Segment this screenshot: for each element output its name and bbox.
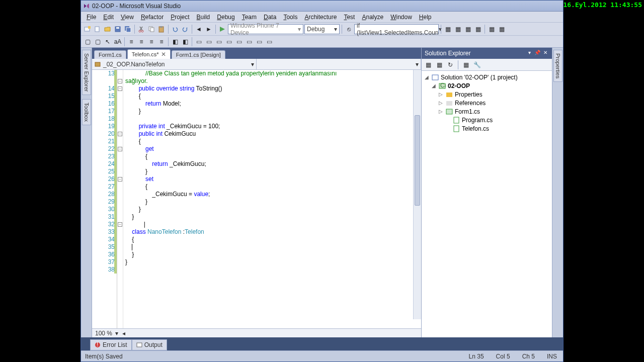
tb-btn-1[interactable]: ⎋ (344, 25, 353, 34)
error-list-tab[interactable]: ! Error List (90, 339, 132, 350)
sp-properties-icon[interactable]: 🔧 (472, 60, 481, 69)
find-combo[interactable]: if (listView1.SelectedItems.Coun▾ (354, 24, 439, 34)
toolbox-tab[interactable]: Toolbox (82, 99, 91, 125)
main-toolbar[interactable]: ◄ ► Windows Phone 7 Device▾ Debug▾ ⎋ if … (81, 23, 563, 36)
project-label[interactable]: 02-OOP (448, 82, 470, 89)
t2-g2[interactable]: ▭ (204, 37, 213, 46)
solution-tree[interactable]: ◢Solution '02-OOP' (1 project) ◢C#02-OOP… (422, 71, 552, 337)
menu-tools[interactable]: Tools (280, 13, 301, 22)
t2-g1[interactable]: ▭ (194, 37, 203, 46)
menu-project[interactable]: Project (167, 13, 193, 22)
tree-telefon[interactable]: Telefon.cs (462, 125, 489, 132)
t2-btn-4[interactable]: aA (113, 37, 122, 46)
solution-root-label[interactable]: Solution '02-OOP' (1 project) (441, 74, 518, 81)
save-icon[interactable] (113, 25, 122, 34)
menu-help[interactable]: Help (416, 13, 435, 22)
undo-icon[interactable] (171, 25, 180, 34)
tb-x2-icon[interactable]: ▦ (453, 25, 462, 34)
sp-btn-4[interactable]: ▦ (461, 60, 470, 69)
menu-test[interactable]: Test (340, 13, 358, 22)
menubar[interactable]: FileEditViewRefactorProjectBuildDebugTea… (81, 12, 563, 23)
type-nav-combo[interactable]: _02_OOP.NanoTelefon▾ (92, 59, 257, 69)
secondary-toolbar[interactable]: ▢ ▢ ↖ aA ≡ ≡ ≡ ≡ ◧ ◧ ▭ ▭ ▭ ▭ ▭ ▭ ▭ ▭ (81, 36, 563, 48)
tree-properties[interactable]: Properties (455, 91, 482, 98)
start-debug-icon[interactable] (218, 25, 227, 34)
t2-g3[interactable]: ▭ (214, 37, 223, 46)
open-icon[interactable] (103, 25, 112, 34)
config-combo[interactable]: Debug▾ (304, 24, 340, 34)
bookmark-icon[interactable]: ◧ (171, 37, 180, 46)
save-all-icon[interactable] (123, 25, 132, 34)
solution-explorer-title[interactable]: Solution Explorer ▾ 📌 ✕ (422, 48, 552, 59)
t2-btn-1[interactable]: ▢ (83, 37, 92, 46)
bookmark-next-icon[interactable]: ◧ (181, 37, 190, 46)
panel-dropdown-icon[interactable]: ▾ (526, 50, 533, 57)
scrollbar-thumb[interactable] (415, 115, 420, 206)
uncomment-icon[interactable]: ≡ (157, 37, 166, 46)
t2-g7[interactable]: ▭ (255, 37, 264, 46)
tb-x6-icon[interactable]: ▦ (497, 25, 506, 34)
system-clock: 16.Eyl.2012 11:43:55 (563, 1, 642, 9)
menu-architecture[interactable]: Architecture (301, 13, 340, 22)
server-explorer-tab[interactable]: Server Explorer (82, 50, 91, 95)
tab-telefon-cs-[interactable]: Telefon.cs*✕ (127, 49, 171, 59)
output-tab[interactable]: Output (132, 339, 167, 350)
indent-inc-icon[interactable]: ≡ (137, 37, 146, 46)
indent-dec-icon[interactable]: ≡ (127, 37, 136, 46)
menu-analyze[interactable]: Analyze (358, 13, 387, 22)
vertical-scrollbar[interactable] (413, 70, 421, 319)
t2-g8[interactable]: ▭ (265, 37, 274, 46)
tb-x1-icon[interactable]: ▦ (443, 25, 452, 34)
t2-btn-3[interactable]: ↖ (103, 37, 112, 46)
tb-x5-icon[interactable]: ▦ (487, 25, 496, 34)
tree-program[interactable]: Program.cs (462, 117, 493, 124)
t2-g5[interactable]: ▭ (234, 37, 244, 46)
menu-window[interactable]: Window (387, 13, 416, 22)
panel-close-icon[interactable]: ✕ (542, 50, 549, 57)
new-project-icon[interactable] (83, 25, 92, 34)
cut-icon[interactable] (137, 25, 146, 34)
menu-file[interactable]: File (83, 13, 100, 22)
sp-btn-1[interactable]: ▦ (424, 60, 433, 69)
copy-icon[interactable] (147, 25, 156, 34)
menu-build[interactable]: Build (193, 13, 214, 22)
menu-view[interactable]: View (117, 13, 137, 22)
tree-form1[interactable]: Form1.cs (455, 108, 480, 115)
menu-refactor[interactable]: Refactor (137, 13, 167, 22)
svg-rect-21 (454, 126, 459, 132)
nav-fwd-icon[interactable]: ► (204, 25, 213, 34)
zoom-dropdown-icon[interactable]: ▾ (115, 330, 118, 337)
add-item-icon[interactable] (93, 25, 102, 34)
redo-icon[interactable] (181, 25, 190, 34)
menu-debug[interactable]: Debug (213, 13, 238, 22)
sp-refresh-icon[interactable]: ↻ (446, 60, 455, 69)
sp-btn-2[interactable]: ▦ (435, 60, 444, 69)
vs-main-window: 02-OOP - Microsoft Visual Studio FileEdi… (80, 0, 564, 362)
menu-data[interactable]: Data (260, 13, 280, 22)
tab-close-icon[interactable]: ✕ (161, 51, 166, 58)
tb-x3-icon[interactable]: ▦ (463, 25, 472, 34)
t2-g6[interactable]: ▭ (245, 37, 254, 46)
properties-tab[interactable]: Properties (553, 50, 562, 82)
hscroll-left-icon[interactable]: ◂ (122, 330, 125, 337)
nav-back-icon[interactable]: ◄ (194, 25, 203, 34)
menu-edit[interactable]: Edit (100, 13, 117, 22)
tab-form1-cs[interactable]: Form1.cs (94, 50, 126, 59)
comment-icon[interactable]: ≡ (147, 37, 156, 46)
zoom-level[interactable]: 100 % (95, 330, 112, 337)
tb-x4-icon[interactable]: ▦ (473, 25, 482, 34)
paste-icon[interactable] (157, 25, 166, 34)
tab-form1-cs--design-[interactable]: Form1.cs [Design] (172, 50, 225, 59)
titlebar[interactable]: 02-OOP - Microsoft Visual Studio (81, 1, 563, 12)
code-editor[interactable]: 1314151617181920212223242526272829303132… (92, 70, 421, 328)
t2-g4[interactable]: ▭ (224, 37, 233, 46)
platform-combo[interactable]: Windows Phone 7 Device▾ (228, 24, 303, 34)
menu-team[interactable]: Team (238, 13, 260, 22)
member-nav-combo[interactable]: ▾ (257, 59, 421, 69)
panel-pin-icon[interactable]: 📌 (534, 50, 541, 57)
solution-toolbar[interactable]: ▦ ▦ ↻ ▦ 🔧 (422, 59, 552, 71)
code-nav-bar: _02_OOP.NanoTelefon▾ ▾ (92, 59, 421, 70)
tree-references[interactable]: References (455, 100, 486, 107)
t2-btn-2[interactable]: ▢ (93, 37, 102, 46)
svg-rect-19 (446, 109, 452, 114)
